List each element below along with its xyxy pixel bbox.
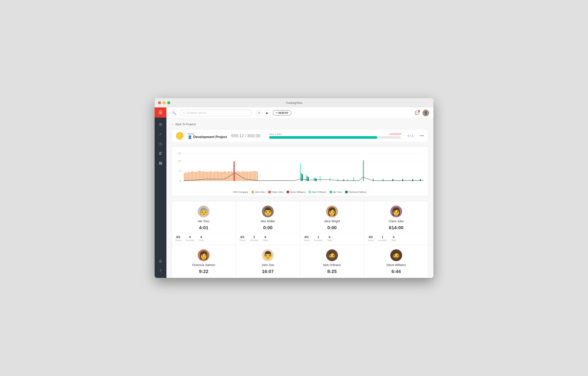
project-timeline: hace 2 años 12/31/2018 — [269, 133, 401, 139]
member-stats: 0/1 Tareas 0 Excedido 0 Tarde — [175, 277, 232, 278]
member-card[interactable]: 👨 Alex Müller 0:00 0/1 Tareas 1 Excedido… — [236, 201, 300, 245]
sidebar-item-reports[interactable] — [156, 149, 165, 158]
svg-rect-23 — [196, 172, 197, 181]
legend-steve-dot — [287, 191, 289, 193]
window-controls — [158, 101, 170, 104]
tasks-label: Tareas — [368, 239, 374, 242]
member-name: Claire Jobs — [389, 220, 404, 223]
legend-ale-label: Ale Toso — [333, 191, 342, 193]
copy-button[interactable]: ⧉ — [256, 110, 262, 116]
sidebar-item-time[interactable]: ◷ — [156, 140, 165, 148]
member-avatar: 🧓 — [198, 206, 210, 217]
more-options-button[interactable]: ••• — [420, 134, 424, 138]
svg-rect-54 — [239, 172, 240, 181]
stat-tarde: 0 Tarde — [263, 235, 268, 242]
member-card[interactable]: 👩 Florencia Salmon 9:22 0/1 Tareas 0 Exc… — [172, 245, 236, 278]
sidebar-nav: ⊞ ✓ ◷ — [156, 118, 165, 254]
stat-tarde: 0 Tarde — [391, 235, 396, 242]
project-header: ⭐ McHill 👤 Development Project 655:12 / … — [171, 129, 428, 142]
stat-excedido: 1 Excedido — [250, 235, 259, 242]
timer-input-container[interactable]: ◷ Empieza ahora! — [180, 110, 252, 116]
member-card[interactable]: 🧔 Nick O'Briann 8:25 0/1 Tareas 0 Excedi… — [300, 245, 364, 278]
member-card[interactable]: 👨 John Doe 16:07 0/1 Tareas 0 Excedido 0… — [236, 245, 300, 278]
sidebar-item-dashboard[interactable]: ⊞ — [156, 120, 165, 129]
member-time: 0:00 — [327, 225, 337, 231]
user-avatar[interactable]: 👤 — [422, 110, 429, 116]
svg-rect-59 — [246, 172, 247, 181]
tasks-label: Tareas — [304, 239, 310, 242]
tarde-label: Tarde — [327, 239, 332, 242]
svg-rect-85 — [308, 177, 309, 181]
chart-area: 15h 10h 5h 0h — [171, 146, 428, 196]
member-time: 614:00 — [389, 225, 403, 231]
members-grid: 🧓 Ale Toso 4:01 0/2 Tareas 0 Excedido 0 … — [171, 201, 428, 278]
svg-rect-1 — [159, 153, 161, 154]
tasks-value: 0/1 — [304, 235, 309, 239]
tasks-value: 0/1 — [240, 235, 244, 239]
stat-tasks: 0/1 Tareas — [304, 235, 310, 242]
member-time: 4:01 — [199, 225, 208, 231]
sidebar-item-library[interactable] — [156, 159, 165, 167]
nuevo-button[interactable]: + NUEVO — [273, 110, 291, 115]
svg-rect-69 — [300, 163, 301, 181]
stat-excedido: 0 Excedido — [186, 235, 194, 242]
svg-rect-66 — [255, 171, 256, 181]
legend-john-dot — [252, 191, 254, 193]
member-stats: 0/1 Tareas 1 Excedido 0 Tarde — [304, 233, 361, 242]
member-time: 8:25 — [327, 269, 337, 274]
svg-rect-43 — [224, 171, 225, 181]
svg-rect-4 — [160, 162, 161, 165]
member-name: Steve Williams — [387, 263, 406, 267]
tarde-label: Tarde — [391, 239, 396, 242]
tarde-label: Tarde — [263, 239, 268, 242]
notification-dot — [418, 110, 420, 112]
member-name: Ale Toso — [198, 220, 209, 223]
member-stats: 0/2 Tareas 1 Excedido 0 Tarde — [368, 233, 425, 242]
search-button[interactable]: 🔍 — [171, 110, 178, 116]
play-button[interactable]: ▶ — [264, 110, 270, 116]
project-name: 👤 Development Project — [188, 135, 227, 139]
member-avatar: 👩 — [326, 206, 338, 217]
sidebar-menu-button[interactable]: ☰ — [155, 107, 167, 118]
member-card[interactable]: 👩 Alice Wright 0:00 0/1 Tareas 1 Excedid… — [300, 201, 364, 245]
svg-rect-72 — [320, 176, 321, 181]
svg-rect-44 — [225, 172, 226, 181]
member-card[interactable]: 👩 Claire Jobs 614:00 0/2 Tareas 1 Excedi… — [364, 201, 428, 245]
member-name: Florencia Salmon — [192, 263, 215, 267]
svg-rect-49 — [232, 172, 233, 181]
svg-rect-53 — [238, 171, 239, 181]
topbar-actions: ⧉ ▶ — [256, 110, 270, 116]
sidebar-item-tasks[interactable]: ✓ — [156, 130, 165, 138]
legend-company-line — [233, 192, 237, 192]
svg-rect-48 — [231, 171, 232, 181]
topbar: 🔍 ◷ Empieza ahora! ⧉ ▶ + NUEVO — [167, 107, 433, 118]
close-button[interactable] — [158, 101, 161, 104]
topbar-right: 💬 👤 — [415, 110, 429, 116]
svg-rect-3 — [159, 162, 160, 165]
svg-rect-24 — [198, 171, 199, 181]
svg-rect-34 — [211, 172, 212, 181]
legend-florencia: Florencia Salmon — [345, 191, 367, 193]
svg-rect-41 — [221, 172, 222, 181]
back-link[interactable]: ← Back To Projects — [171, 123, 428, 126]
svg-rect-31 — [207, 172, 208, 181]
member-stats: 0/1 Tareas 1 Excedido 0 Tarde — [239, 233, 296, 242]
maximize-button[interactable] — [167, 101, 170, 104]
settings-icon[interactable]: ⚙ — [156, 257, 165, 265]
member-card[interactable]: 🧔 Steve Williams 6:44 0/1 Tareas 0 Exced… — [364, 245, 428, 278]
minimize-button[interactable] — [163, 101, 166, 104]
sidebar-bottom: ⚙ ? — [156, 254, 165, 278]
tarde-value: 0 — [329, 235, 330, 239]
hamburger-icon: ☰ — [159, 110, 162, 115]
svg-rect-18 — [189, 172, 190, 181]
member-card[interactable]: 🧓 Ale Toso 4:01 0/2 Tareas 0 Excedido 0 … — [172, 201, 236, 245]
project-name-icon: 👤 — [188, 135, 192, 139]
window-title: TrackingTime — [286, 101, 302, 104]
notifications-button[interactable]: 💬 — [415, 111, 420, 115]
legend-ale-dot — [329, 191, 332, 193]
member-time: 6:44 — [392, 269, 401, 274]
svg-rect-2 — [159, 154, 162, 155]
chart-legend: Company John Doe Claire Jobs Steve — [176, 191, 424, 193]
help-icon[interactable]: ? — [156, 267, 165, 275]
svg-rect-14 — [184, 173, 185, 181]
